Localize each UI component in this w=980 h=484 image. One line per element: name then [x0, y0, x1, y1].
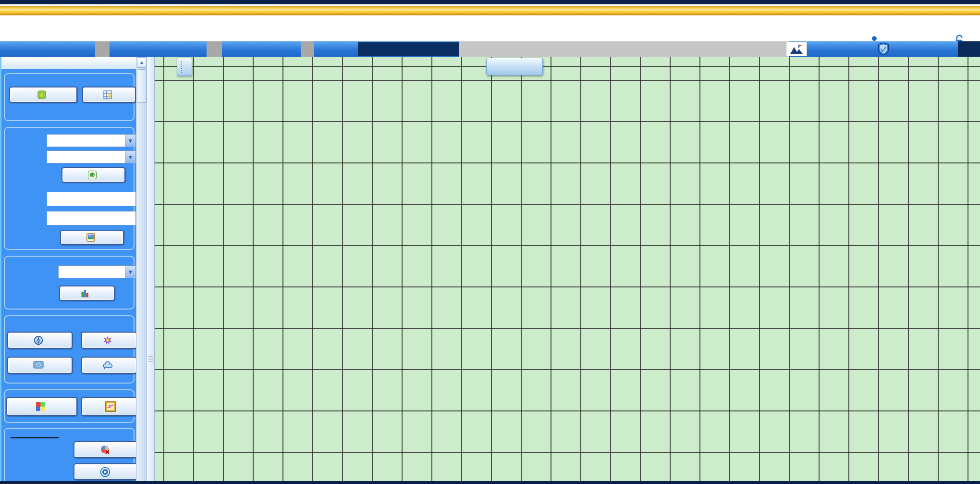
meso-scale-button[interactable] [7, 332, 73, 349]
panel-splitter[interactable] [147, 57, 155, 484]
clear-region-icon [100, 445, 110, 455]
separator-block [301, 41, 314, 57]
radar-chart-button[interactable] [7, 357, 73, 374]
banner-bar [0, 6, 980, 15]
geotech-map-button[interactable] [81, 397, 143, 416]
grid-map-icon [103, 90, 112, 99]
tension-input[interactable] [47, 192, 136, 206]
tab-list [0, 15, 980, 41]
chevron-down-icon[interactable]: ▼ [125, 151, 135, 163]
susceptibility-zone-map-button[interactable] [6, 397, 77, 416]
map-3d-button[interactable] [486, 58, 543, 75]
map-canvas[interactable] [155, 57, 980, 484]
layer-manager-icon[interactable] [786, 42, 807, 56]
points-input[interactable] [47, 211, 136, 225]
delete-button[interactable] [74, 463, 140, 480]
panel-title [1, 57, 137, 69]
group-factor-display [4, 256, 135, 310]
warning-analysis-button[interactable] [61, 167, 125, 183]
analysis-icon [87, 170, 97, 180]
warning-time-select[interactable]: ▼ [47, 150, 136, 163]
warning-date-select[interactable]: ▼ [47, 134, 136, 147]
scrollbar-thumb[interactable] [137, 69, 147, 103]
rgb-readout [358, 42, 459, 56]
framed-map-icon [105, 401, 116, 412]
secondary-nav [0, 41, 980, 57]
main-tab-bar [0, 15, 980, 41]
splitter-grip[interactable] [147, 355, 154, 362]
system-manager-icon[interactable] [874, 41, 893, 57]
fine-forecast-button[interactable] [81, 332, 137, 349]
cloud-chart-button[interactable] [81, 357, 137, 374]
picture-icon [86, 233, 96, 242]
auto-map-button[interactable] [60, 230, 124, 245]
subnav-item-analysis[interactable] [120, 41, 197, 57]
subnav-item-release[interactable] [19, 41, 98, 57]
notepad-icon [37, 90, 47, 99]
bar-chart-icon [81, 288, 90, 298]
clear-drawn-region-button[interactable] [74, 441, 140, 458]
separator-block [207, 41, 222, 57]
toolbar-drag-handle[interactable] [181, 61, 184, 73]
grid-display-button[interactable] [82, 87, 136, 103]
panel-scrollbar[interactable]: ▲ [136, 57, 147, 484]
map-toolbar [177, 58, 192, 76]
chevron-down-icon[interactable]: ▼ [125, 266, 135, 278]
chevron-down-icon[interactable]: ▼ [125, 135, 135, 147]
obscured-text-fragment [95, 41, 110, 57]
subnav-item-history[interactable] [224, 41, 301, 57]
layer-panel: ▼ ▼ ▼ [0, 57, 136, 484]
cloud-icon [103, 361, 112, 370]
bottom-edge [0, 481, 980, 484]
radar-screen-icon [33, 361, 44, 370]
scroll-up-button[interactable]: ▲ [137, 57, 147, 68]
description-text [459, 41, 789, 57]
nav-end-block [958, 41, 980, 57]
factor-select[interactable]: ▼ [58, 265, 136, 278]
delete-icon [100, 467, 110, 477]
app-window: ▼ ▼ ▼ [0, 0, 980, 484]
map-labels-layer [155, 57, 980, 484]
starburst-icon [103, 335, 112, 345]
factor-settings-button[interactable] [9, 87, 77, 103]
factor-value-button[interactable] [59, 285, 115, 301]
warning-level-legend [11, 437, 59, 438]
window-title-strip [0, 0, 980, 4]
color-zones-icon [35, 401, 46, 412]
compass-icon [34, 335, 43, 345]
